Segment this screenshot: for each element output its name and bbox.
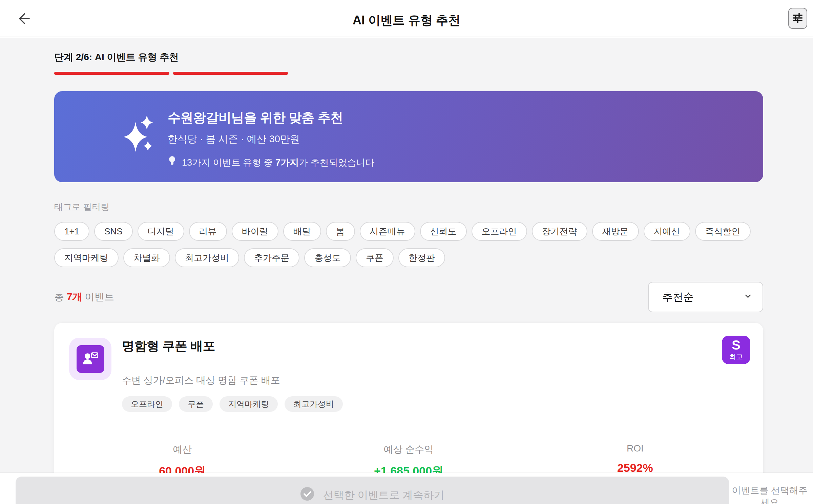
continue-button[interactable]: 선택한 이벤트로 계속하기 [16,477,729,504]
filter-tag-chip[interactable]: 신뢰도 [420,222,467,241]
banner-note: 13가지 이벤트 유형 중 7가지가 추천되었습니다 [168,155,763,169]
results-row: 총 7개 이벤트 추천순 [54,281,763,313]
grade-letter: S [732,339,740,352]
page-title: AI 이벤트 유형 추천 [0,12,813,29]
results-count: 총 7개 이벤트 [54,290,114,304]
grade-label: 최고 [729,352,743,361]
progress-track [54,72,763,75]
filter-settings-button[interactable] [788,8,807,29]
banner-title: 수원왕갈비님을 위한 맞춤 추천 [168,109,763,126]
header: AI 이벤트 유형 추천 [0,0,813,37]
lightbulb-icon [168,155,176,169]
filter-tag-chip[interactable]: 디지털 [138,222,184,241]
event-card-head: 명함형 쿠폰 배포 주변 상가/오피스 대상 명함 쿠폰 배포 오프라인 쿠폰 … [69,338,748,412]
tag-filter-label: 태그로 필터링 [54,201,763,213]
filter-tag-chip[interactable]: 리뷰 [189,222,227,241]
progress-segment [173,72,288,75]
event-tag: 지역마케팅 [220,396,278,412]
event-tag: 쿠폰 [179,396,213,412]
event-tag: 최고가성비 [285,396,343,412]
filter-tag-chip[interactable]: 최고가성비 [175,248,239,267]
filter-tag-chip[interactable]: 즉석할인 [695,222,751,241]
event-tags: 오프라인 쿠폰 지역마케팅 최고가성비 [122,396,748,412]
sort-dropdown[interactable]: 추천순 [648,282,763,312]
event-card-text: 명함형 쿠폰 배포 주변 상가/오피스 대상 명함 쿠폰 배포 오프라인 쿠폰 … [122,338,748,412]
step-label: 단계 2/6: AI 이벤트 유형 추천 [54,38,763,64]
banner-note-text: 13가지 이벤트 유형 중 7가지가 추천되었습니다 [182,156,375,169]
event-tag: 오프라인 [122,396,172,412]
results-count-number: 7개 [67,291,82,302]
chevron-down-icon [744,291,752,303]
filter-tag-chip[interactable]: 충성도 [304,248,351,267]
filter-tag-chip[interactable]: 바이럴 [232,222,278,241]
progress-segment [648,72,763,75]
select-event-hint: 이벤트를 선택해주세요 [729,484,810,504]
filter-tag-chip[interactable]: 저예산 [644,222,690,241]
check-circle-icon [300,487,314,504]
progress-segment [54,72,169,75]
filter-tag-chip[interactable]: 재방문 [592,222,639,241]
banner-subtitle: 한식당 · 봄 시즌 · 예산 30만원 [168,132,763,146]
event-description: 주변 상가/오피스 대상 명함 쿠폰 배포 [122,374,748,387]
event-icon-tile [69,338,111,380]
content-area: 단계 2/6: AI 이벤트 유형 추천 수원왕갈비님을 위한 맞춤 추천 한식… [0,38,813,504]
filter-tag-chip[interactable]: 추가주문 [244,248,299,267]
filter-tag-chip[interactable]: 지역마케팅 [54,248,119,267]
business-card-coupon-icon [77,345,104,373]
event-title: 명함형 쿠폰 배포 [122,338,748,355]
filter-tag-chip[interactable]: 오프라인 [472,222,527,241]
progress-segment [292,72,407,75]
filter-tag-chip[interactable]: 차별화 [123,248,170,267]
filter-tag-chip[interactable]: SNS [94,222,132,241]
filter-tag-chip[interactable]: 쿠폰 [356,248,394,267]
filter-tag-chip[interactable]: 한정판 [398,248,445,267]
sort-selected-value: 추천순 [662,290,694,304]
bottom-bar: 선택한 이벤트로 계속하기 이벤트를 선택해주세요 [0,473,813,504]
recommendation-banner: 수원왕갈비님을 위한 맞춤 추천 한식당 · 봄 시즌 · 예산 30만원 13… [54,91,763,182]
progress-segment [411,72,526,75]
filter-sliders-icon [792,12,804,25]
filter-tag-chip[interactable]: 시즌메뉴 [360,222,415,241]
progress-segment [529,72,645,75]
grade-badge: S 최고 [722,336,750,364]
filter-tag-chip[interactable]: 봄 [326,222,355,241]
tag-filter-chips: 1+1 SNS 디지털 리뷰 바이럴 배달 봄 시즌메뉴 신뢰도 오프라인 장기… [54,222,763,267]
filter-tag-chip[interactable]: 1+1 [54,222,89,241]
filter-tag-chip[interactable]: 장기전략 [532,222,587,241]
filter-tag-chip[interactable]: 배달 [283,222,321,241]
continue-button-label: 선택한 이벤트로 계속하기 [323,488,444,502]
sparkles-icon [122,110,158,161]
